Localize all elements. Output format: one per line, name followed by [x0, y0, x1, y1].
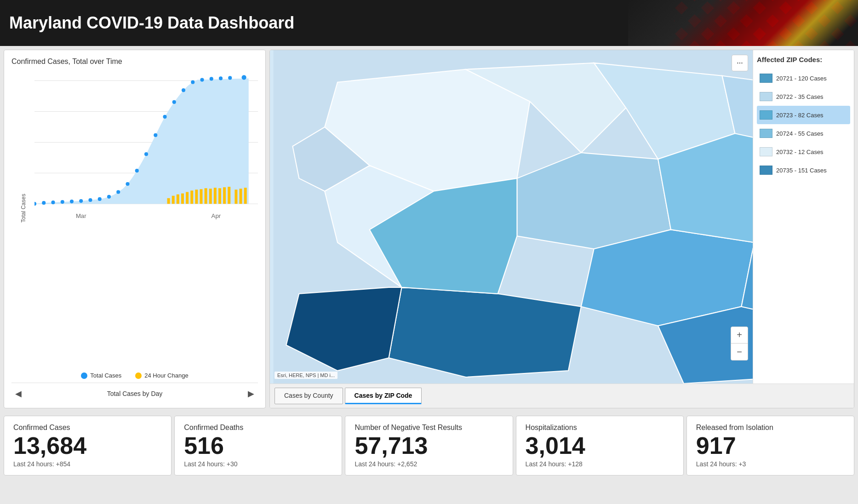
svg-rect-44: [209, 189, 212, 204]
dashboard-title: Maryland COVID-19 Data Dashboard: [9, 13, 294, 33]
svg-point-21: [116, 190, 120, 194]
chart-panel: Confirmed Cases, Total over Time Total C…: [4, 50, 266, 408]
zip-color-swatch: [760, 92, 772, 101]
total-cases-dot: [81, 372, 87, 379]
svg-point-20: [107, 195, 111, 199]
zip-legend-title: Affected ZIP Codes:: [757, 56, 850, 63]
svg-point-19: [98, 197, 102, 201]
svg-rect-38: [181, 194, 184, 204]
map-menu-button[interactable]: ···: [732, 55, 748, 71]
zip-legend-item[interactable]: 20735 - 151 Cases: [757, 161, 850, 179]
svg-point-31: [210, 77, 213, 80]
nav-label: Total Cases by Day: [107, 390, 163, 397]
svg-point-26: [163, 115, 166, 119]
stat-subtitle: Last 24 hours: +3: [696, 460, 845, 468]
svg-point-23: [135, 169, 139, 172]
svg-rect-36: [172, 196, 175, 204]
y-axis-label: Total Cases: [20, 194, 27, 223]
stat-label: Confirmed Deaths: [184, 424, 332, 432]
svg-rect-40: [190, 190, 193, 204]
zoom-in-button[interactable]: +: [731, 327, 748, 344]
flag-background: [628, 0, 858, 46]
zip-legend-item[interactable]: 20721 - 120 Cases: [757, 69, 850, 87]
svg-point-32: [219, 76, 223, 80]
svg-rect-48: [228, 187, 230, 204]
zoom-out-button[interactable]: −: [731, 344, 748, 360]
nav-prev-arrow[interactable]: ◀: [11, 387, 25, 401]
tab-cases-by-county[interactable]: Cases by County: [275, 388, 343, 404]
main-content: Confirmed Cases, Total over Time Total C…: [0, 46, 858, 412]
svg-rect-42: [200, 189, 202, 204]
stat-value: 917: [696, 434, 845, 458]
zip-color-swatch: [760, 110, 772, 120]
chart-nav: ◀ Total Cases by Day ▶: [11, 383, 258, 401]
svg-rect-37: [177, 195, 179, 204]
tab-cases-by-zip[interactable]: Cases by ZIP Code: [345, 388, 422, 404]
chart-area: Total Cases 15k 10k 5k 0 Mar Apr: [11, 71, 258, 367]
zip-legend-item[interactable]: 20722 - 35 Cases: [757, 87, 850, 106]
svg-rect-45: [214, 188, 217, 204]
svg-point-17: [79, 199, 83, 203]
legend-total-cases-label: Total Cases: [90, 372, 121, 379]
map-menu-icon: ···: [737, 59, 743, 67]
svg-point-28: [182, 88, 185, 92]
svg-rect-46: [218, 188, 221, 204]
legend-total-cases: Total Cases: [81, 372, 121, 379]
zip-color-swatch: [760, 129, 772, 138]
zip-legend: Affected ZIP Codes: 20721 - 120 Cases 20…: [753, 50, 854, 384]
svg-text:Apr: Apr: [212, 212, 221, 219]
zip-color-swatch: [760, 74, 772, 83]
stat-card-negative-tests: Number of Negative Test Results 57,713 L…: [345, 416, 513, 475]
zip-label: 20721 - 120 Cases: [776, 75, 827, 82]
svg-point-13: [42, 201, 46, 205]
stat-value: 57,713: [355, 434, 503, 458]
svg-point-14: [51, 200, 55, 204]
svg-point-30: [200, 78, 204, 81]
svg-rect-50: [240, 189, 242, 204]
svg-rect-41: [195, 189, 198, 204]
nav-next-arrow[interactable]: ▶: [244, 387, 258, 401]
chart-title: Confirmed Cases, Total over Time: [11, 57, 258, 66]
stat-value: 516: [184, 434, 332, 458]
stat-card-confirmed-deaths: Confirmed Deaths 516 Last 24 hours: +30: [174, 416, 342, 475]
svg-point-15: [61, 200, 64, 204]
zip-label: 20724 - 55 Cases: [776, 130, 824, 137]
stat-card-released-isolation: Released from Isolation 917 Last 24 hour…: [686, 416, 854, 475]
map-tabs: Cases by County Cases by ZIP Code: [270, 384, 854, 408]
stats-row: Confirmed Cases 13,684 Last 24 hours: +8…: [0, 412, 858, 479]
svg-point-27: [172, 100, 176, 104]
zip-legend-item[interactable]: 20723 - 82 Cases: [757, 106, 850, 124]
svg-rect-43: [205, 188, 207, 204]
24hr-change-dot: [135, 372, 142, 379]
svg-rect-39: [186, 192, 189, 204]
stat-label: Released from Isolation: [696, 424, 845, 432]
zip-label: 20732 - 12 Cases: [776, 149, 824, 155]
svg-rect-35: [167, 198, 170, 204]
stat-value: 3,014: [526, 434, 674, 458]
legend-24hr-change-label: 24 Hour Change: [144, 372, 188, 379]
svg-point-18: [88, 198, 92, 202]
chart-legend: Total Cases 24 Hour Change: [11, 372, 258, 379]
zip-label: 20723 - 82 Cases: [776, 112, 824, 119]
stat-value: 13,684: [13, 434, 162, 458]
svg-point-34: [242, 75, 246, 80]
svg-point-29: [191, 80, 194, 84]
map-panel: ··· + − Esri, HERE, NPS | MD i... Affect…: [269, 50, 854, 408]
zip-legend-item[interactable]: 20732 - 12 Cases: [757, 143, 850, 161]
svg-point-16: [70, 200, 74, 203]
zip-label: 20722 - 35 Cases: [776, 93, 824, 100]
stat-card-confirmed-cases: Confirmed Cases 13,684 Last 24 hours: +8…: [4, 416, 172, 475]
chart-svg: 15k 10k 5k 0 Mar Apr: [34, 71, 258, 232]
stat-subtitle: Last 24 hours: +128: [526, 460, 674, 468]
stat-label: Confirmed Cases: [13, 424, 162, 432]
stat-label: Number of Negative Test Results: [355, 424, 503, 432]
svg-point-33: [228, 76, 232, 80]
map-zoom-controls: + −: [731, 326, 748, 361]
svg-rect-51: [244, 188, 247, 204]
stat-subtitle: Last 24 hours: +854: [13, 460, 162, 468]
map-container[interactable]: ··· + − Esri, HERE, NPS | MD i... Affect…: [270, 50, 854, 384]
svg-point-25: [154, 133, 157, 137]
zip-legend-item[interactable]: 20724 - 55 Cases: [757, 124, 850, 143]
stat-subtitle: Last 24 hours: +2,652: [355, 460, 503, 468]
zip-color-swatch: [760, 147, 772, 156]
